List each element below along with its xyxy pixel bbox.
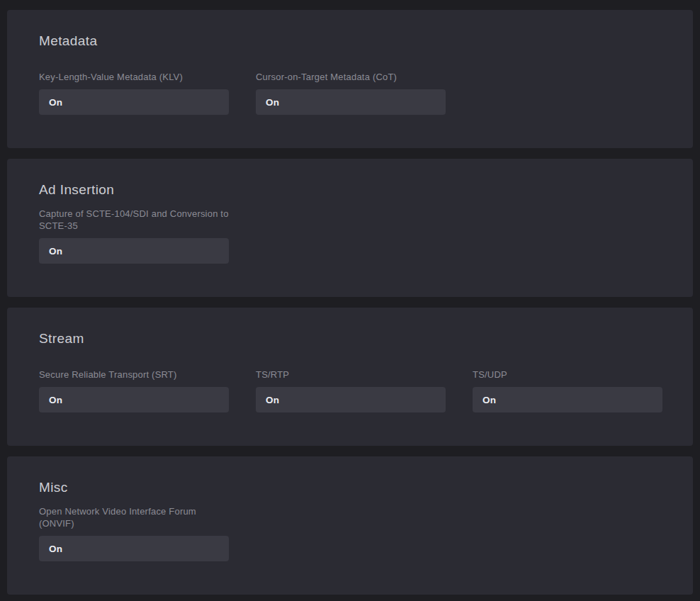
stream-fields-row: Secure Reliable Transport (SRT) On TS/RT… [39, 356, 661, 412]
ts-rtp-select[interactable]: On [256, 387, 446, 412]
klv-label: Key-Length-Value Metadata (KLV) [39, 59, 229, 83]
section-stream: Stream Secure Reliable Transport (SRT) O… [7, 308, 693, 446]
field-group-ts-udp: TS/UDP On [473, 356, 662, 412]
klv-select[interactable]: On [39, 89, 229, 115]
misc-fields-row: Open Network Video Interface Forum (ONVI… [39, 505, 661, 561]
section-title-metadata: Metadata [39, 32, 661, 50]
section-ad-insertion: Ad Insertion Capture of SCTE-104/SDI and… [7, 159, 693, 297]
cot-label: Cursor-on-Target Metadata (CoT) [256, 59, 446, 83]
ad-insertion-fields-row: Capture of SCTE-104/SDI and Conversion t… [39, 208, 661, 264]
scte-select[interactable]: On [39, 238, 229, 264]
onvif-select-value: On [49, 544, 62, 554]
field-group-onvif: Open Network Video Interface Forum (ONVI… [39, 505, 229, 561]
ts-udp-select[interactable]: On [473, 387, 662, 412]
field-group-srt: Secure Reliable Transport (SRT) On [39, 356, 229, 412]
field-group-scte: Capture of SCTE-104/SDI and Conversion t… [39, 208, 229, 264]
cot-select[interactable]: On [256, 89, 446, 115]
metadata-fields-row: Key-Length-Value Metadata (KLV) On Curso… [39, 59, 661, 115]
section-misc: Misc Open Network Video Interface Forum … [7, 456, 693, 595]
section-title-misc: Misc [39, 478, 661, 497]
ts-rtp-select-value: On [266, 395, 279, 405]
onvif-select[interactable]: On [39, 536, 229, 561]
ts-rtp-label: TS/RTP [256, 356, 446, 381]
klv-select-value: On [49, 97, 62, 108]
srt-select-value: On [49, 395, 62, 405]
section-title-stream: Stream [39, 330, 661, 348]
section-metadata: Metadata Key-Length-Value Metadata (KLV)… [7, 10, 693, 148]
cot-select-value: On [266, 97, 279, 108]
section-title-ad-insertion: Ad Insertion [39, 181, 661, 199]
scte-label: Capture of SCTE-104/SDI and Conversion t… [39, 208, 229, 232]
scte-select-value: On [49, 246, 62, 257]
srt-select[interactable]: On [39, 387, 229, 412]
field-group-ts-rtp: TS/RTP On [256, 356, 446, 412]
onvif-label: Open Network Video Interface Forum (ONVI… [39, 505, 229, 529]
srt-label: Secure Reliable Transport (SRT) [39, 356, 229, 381]
field-group-klv: Key-Length-Value Metadata (KLV) On [39, 59, 229, 115]
ts-udp-select-value: On [482, 395, 496, 405]
field-group-cot: Cursor-on-Target Metadata (CoT) On [256, 59, 446, 115]
ts-udp-label: TS/UDP [473, 356, 662, 381]
license-settings-page: Metadata Key-Length-Value Metadata (KLV)… [7, 10, 693, 595]
